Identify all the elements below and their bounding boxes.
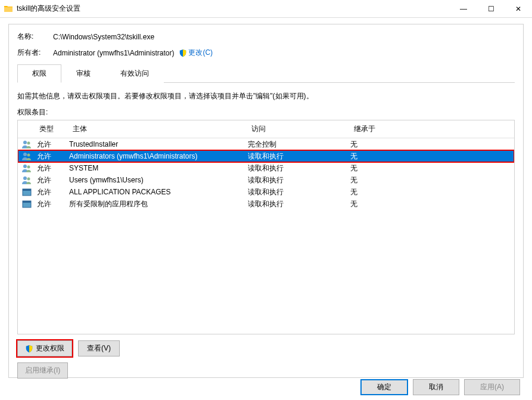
row-type: 允许: [36, 187, 69, 197]
svg-point-1: [27, 142, 30, 145]
principal-icon: [18, 175, 36, 185]
row-type: 允许: [36, 199, 69, 209]
svg-point-5: [27, 166, 30, 169]
row-inherit: 无: [350, 151, 514, 162]
name-value: C:\Windows\System32\tskill.exe: [53, 33, 154, 41]
owner-value: Administrator (ymwfhs1\Administrator): [53, 49, 174, 57]
svg-point-2: [23, 153, 27, 156]
col-inherit[interactable]: 继承于: [350, 123, 514, 135]
row-inherit: 无: [350, 199, 514, 209]
permission-list[interactable]: 类型 主体 访问 继承于 允许TrustedInstaller完全控制无允许Ad…: [17, 120, 515, 334]
main-panel: 名称: C:\Windows\System32\tskill.exe 所有者: …: [8, 24, 524, 378]
svg-point-4: [23, 165, 27, 168]
row-access: 读取和执行: [248, 175, 350, 185]
col-principal[interactable]: 主体: [69, 123, 248, 135]
folder-icon: [4, 4, 13, 14]
instruction-text: 如需其他信息，请双击权限项目。若要修改权限项目，请选择该项目并单击"编辑"(如果…: [17, 91, 515, 101]
change-owner-link[interactable]: 更改(C): [179, 48, 213, 58]
principal-icon: [18, 187, 36, 197]
minimize-button[interactable]: —: [450, 0, 477, 18]
list-label: 权限条目:: [17, 107, 515, 117]
permission-row[interactable]: 允许TrustedInstaller完全控制无: [18, 138, 514, 150]
list-header: 类型 主体 访问 继承于: [18, 120, 514, 138]
row-inherit: 无: [350, 139, 514, 150]
row-access: 读取和执行: [248, 163, 350, 173]
tab-permissions[interactable]: 权限: [17, 64, 61, 83]
inherit-buttons: 启用继承(I): [17, 362, 515, 379]
svg-point-3: [27, 154, 30, 157]
owner-label: 所有者:: [17, 48, 53, 58]
apply-button[interactable]: 应用(A): [464, 379, 520, 395]
row-type: 允许: [36, 163, 69, 173]
permission-row[interactable]: 允许Users (ymwfhs1\Users)读取和执行无: [18, 174, 514, 186]
row-type: 允许: [36, 151, 69, 162]
row-principal: Administrators (ymwfhs1\Administrators): [69, 152, 248, 160]
principal-icon: [18, 199, 36, 209]
dialog-footer: 确定 取消 应用(A): [360, 379, 520, 395]
principal-icon: [18, 163, 36, 173]
enable-inheritance-button[interactable]: 启用继承(I): [17, 362, 68, 379]
action-buttons: 更改权限 查看(V): [17, 340, 515, 356]
titlebar: tskill的高级安全设置 — ☐ ✕: [0, 0, 532, 18]
svg-point-7: [27, 178, 30, 181]
name-row: 名称: C:\Windows\System32\tskill.exe: [17, 32, 515, 42]
permission-row[interactable]: 允许Administrators (ymwfhs1\Administrators…: [18, 150, 514, 162]
ok-button[interactable]: 确定: [360, 379, 408, 395]
row-access: 读取和执行: [248, 199, 350, 209]
name-label: 名称:: [17, 32, 53, 42]
maximize-button[interactable]: ☐: [477, 0, 505, 18]
permission-row[interactable]: 允许ALL APPLICATION PACKAGES读取和执行无: [18, 186, 514, 198]
tab-effective[interactable]: 有效访问: [105, 64, 164, 83]
col-type[interactable]: 类型: [36, 123, 69, 135]
change-owner-text: 更改(C): [188, 48, 213, 58]
tab-auditing[interactable]: 审核: [61, 64, 105, 83]
row-principal: TrustedInstaller: [69, 140, 248, 148]
change-permissions-button[interactable]: 更改权限: [17, 340, 72, 356]
shield-icon: [25, 345, 33, 353]
svg-rect-11: [23, 201, 31, 203]
row-principal: Users (ymwfhs1\Users): [69, 176, 248, 184]
svg-rect-9: [23, 189, 31, 191]
permission-row[interactable]: 允许SYSTEM读取和执行无: [18, 162, 514, 174]
row-principal: SYSTEM: [69, 164, 248, 172]
owner-row: 所有者: Administrator (ymwfhs1\Administrato…: [17, 48, 515, 58]
principal-icon: [18, 151, 36, 162]
col-access[interactable]: 访问: [248, 123, 350, 135]
row-access: 读取和执行: [248, 151, 350, 162]
window-controls: — ☐ ✕: [450, 0, 532, 18]
close-button[interactable]: ✕: [505, 0, 532, 18]
permission-row[interactable]: 允许所有受限制的应用程序包读取和执行无: [18, 198, 514, 210]
row-type: 允许: [36, 175, 69, 185]
shield-icon: [179, 49, 187, 57]
svg-point-0: [23, 141, 27, 144]
tab-bar: 权限 审核 有效访问: [17, 64, 515, 83]
view-button[interactable]: 查看(V): [78, 340, 120, 356]
row-inherit: 无: [350, 163, 514, 173]
row-access: 完全控制: [248, 139, 350, 150]
window-title: tskill的高级安全设置: [17, 4, 450, 14]
row-principal: ALL APPLICATION PACKAGES: [69, 188, 248, 196]
row-inherit: 无: [350, 187, 514, 197]
row-type: 允许: [36, 139, 69, 150]
principal-icon: [18, 139, 36, 150]
row-access: 读取和执行: [248, 187, 350, 197]
row-principal: 所有受限制的应用程序包: [69, 199, 248, 209]
cancel-button[interactable]: 取消: [413, 379, 459, 395]
row-inherit: 无: [350, 175, 514, 185]
change-permissions-label: 更改权限: [36, 343, 64, 354]
svg-point-6: [23, 176, 27, 180]
